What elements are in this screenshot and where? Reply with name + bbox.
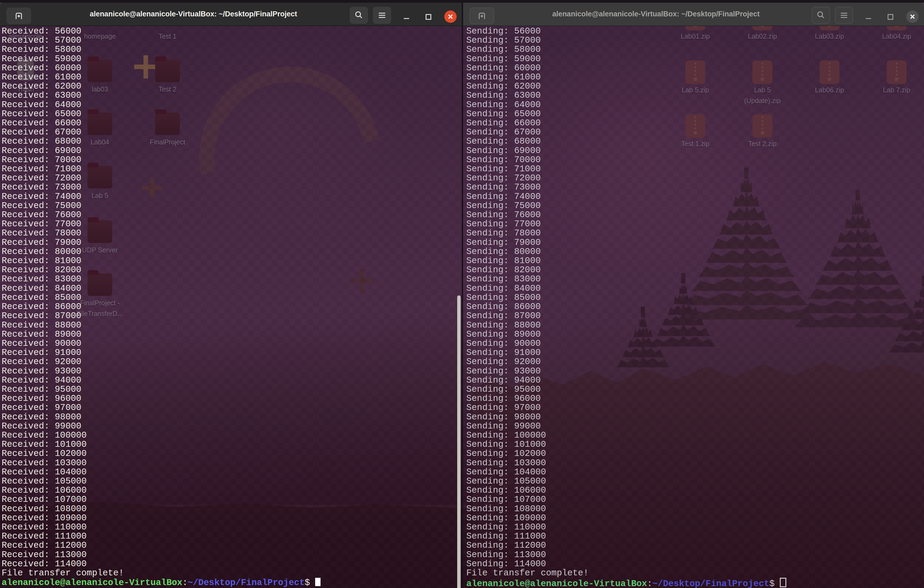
maximize-button[interactable] xyxy=(884,11,897,23)
transfer-line: Sending: 109000 xyxy=(466,514,924,523)
transfer-line: Received: 89000 xyxy=(2,330,462,339)
transfer-line: Received: 72000 xyxy=(2,174,462,183)
transfer-line: Sending: 83000 xyxy=(466,275,924,284)
transfer-line: Received: 71000 xyxy=(2,165,462,174)
transfer-line: Received: 61000 xyxy=(2,73,462,82)
transfer-line: Sending: 69000 xyxy=(466,146,924,155)
transfer-line: Sending: 108000 xyxy=(466,504,924,514)
transfer-line: Received: 104000 xyxy=(2,468,462,477)
search-button[interactable] xyxy=(812,7,830,24)
transfer-line: Sending: 114000 xyxy=(466,560,924,569)
transfer-line: Sending: 63000 xyxy=(466,91,924,100)
new-tab-button[interactable] xyxy=(470,8,494,24)
transfer-line: Sending: 70000 xyxy=(466,155,924,165)
transfer-line: Sending: 95000 xyxy=(466,385,924,394)
completion-message: File transfer complete! xyxy=(466,569,924,578)
shell-prompt: alenanicole@alenanicole-VirtualBox:~/Des… xyxy=(2,578,462,588)
transfer-line: Received: 100000 xyxy=(2,431,462,440)
transfer-line: Sending: 73000 xyxy=(466,183,924,192)
minimize-button[interactable] xyxy=(400,11,412,23)
transfer-line: Sending: 90000 xyxy=(466,339,924,348)
transfer-line: Received: 78000 xyxy=(2,229,462,238)
transfer-line: Sending: 91000 xyxy=(466,348,924,357)
transfer-line: Received: 86000 xyxy=(2,302,462,311)
transfer-line: Received: 92000 xyxy=(2,357,462,367)
transfer-line: Received: 58000 xyxy=(2,45,462,54)
transfer-line: Sending: 88000 xyxy=(466,321,924,330)
prompt-separator: : xyxy=(182,578,188,588)
minimize-icon xyxy=(401,12,412,22)
transfer-line: Received: 80000 xyxy=(2,247,462,256)
terminal-output-right[interactable]: Sending: 56000Sending: 57000Sending: 580… xyxy=(463,26,924,588)
transfer-line: Sending: 111000 xyxy=(466,532,924,541)
window-title: alenanicole@alenanicole-VirtualBox: ~/De… xyxy=(54,3,333,25)
maximize-icon xyxy=(885,12,896,22)
transfer-line: Sending: 68000 xyxy=(466,137,924,146)
transfer-line: Sending: 85000 xyxy=(466,293,924,302)
transfer-line: Received: 88000 xyxy=(2,321,462,330)
transfer-line: Sending: 100000 xyxy=(466,431,924,440)
transfer-line: Received: 101000 xyxy=(2,440,462,449)
prompt-user-host: alenanicole@alenanicole-VirtualBox xyxy=(2,578,182,588)
transfer-line: Sending: 106000 xyxy=(466,486,924,495)
transfer-line: Received: 67000 xyxy=(2,128,462,137)
transfer-line: Received: 102000 xyxy=(2,449,462,458)
transfer-line: Sending: 98000 xyxy=(466,413,924,422)
transfer-line: Received: 94000 xyxy=(2,376,462,385)
transfer-line: Sending: 61000 xyxy=(466,73,924,82)
transfer-line: Sending: 113000 xyxy=(466,550,924,560)
transfer-line: Received: 96000 xyxy=(2,394,462,403)
transfer-line: Received: 83000 xyxy=(2,275,462,284)
terminal-output-left[interactable]: Received: 56000Received: 57000Received: … xyxy=(0,26,462,588)
transfer-line: Received: 99000 xyxy=(2,422,462,431)
transfer-line: Sending: 58000 xyxy=(466,45,924,54)
transfer-line: Received: 79000 xyxy=(2,238,462,247)
transfer-line: Sending: 56000 xyxy=(466,27,924,36)
terminal-window-sender: alenanicole@alenanicole-VirtualBox: ~/De… xyxy=(463,0,924,588)
transfer-line: Received: 108000 xyxy=(2,504,462,514)
transfer-line: Received: 109000 xyxy=(2,514,462,523)
transfer-line: Received: 84000 xyxy=(2,284,462,293)
terminal-lines-left: Received: 56000Received: 57000Received: … xyxy=(0,26,462,588)
window-gap xyxy=(462,0,463,588)
menu-button[interactable] xyxy=(373,7,391,24)
transfer-line: Received: 76000 xyxy=(2,210,462,220)
transfer-line: Sending: 97000 xyxy=(466,403,924,412)
transfer-line: Sending: 102000 xyxy=(466,449,924,458)
scrollbar-left[interactable] xyxy=(457,295,461,588)
desktop-screen: alenanicolehomepageTest 1Trashlab03Test … xyxy=(0,0,924,588)
transfer-line: Sending: 78000 xyxy=(466,229,924,238)
minimize-button[interactable] xyxy=(862,11,874,23)
transfer-line: Sending: 82000 xyxy=(466,266,924,275)
menu-button[interactable] xyxy=(835,7,853,24)
transfer-line: Sending: 71000 xyxy=(466,165,924,174)
transfer-line: Sending: 105000 xyxy=(466,477,924,486)
transfer-line: Sending: 96000 xyxy=(466,394,924,403)
transfer-line: Received: 97000 xyxy=(2,403,462,412)
transfer-line: Received: 63000 xyxy=(2,91,462,100)
transfer-line: Sending: 93000 xyxy=(466,367,924,376)
hamburger-menu-icon xyxy=(377,10,388,21)
transfer-line: Sending: 94000 xyxy=(466,376,924,385)
completion-message: File transfer complete! xyxy=(2,569,462,578)
transfer-line: Sending: 62000 xyxy=(466,82,924,91)
transfer-line: Sending: 104000 xyxy=(466,468,924,477)
new-tab-button[interactable] xyxy=(7,8,31,24)
transfer-line: Sending: 81000 xyxy=(466,256,924,266)
maximize-button[interactable] xyxy=(422,11,435,23)
transfer-line: Sending: 66000 xyxy=(466,119,924,128)
prompt-path: ~/Desktop/FinalProject xyxy=(188,578,305,588)
transfer-line: Sending: 101000 xyxy=(466,440,924,449)
transfer-line: Received: 66000 xyxy=(2,119,462,128)
transfer-line: Sending: 77000 xyxy=(466,220,924,229)
transfer-line: Received: 111000 xyxy=(2,532,462,541)
transfer-line: Sending: 110000 xyxy=(466,523,924,532)
search-button[interactable] xyxy=(350,7,368,24)
transfer-line: Received: 87000 xyxy=(2,311,462,320)
transfer-line: Sending: 65000 xyxy=(466,109,924,119)
transfer-line: Received: 77000 xyxy=(2,220,462,229)
close-button[interactable] xyxy=(444,10,457,23)
transfer-line: Received: 93000 xyxy=(2,367,462,376)
close-button[interactable] xyxy=(906,10,919,23)
transfer-line: Received: 75000 xyxy=(2,202,462,210)
